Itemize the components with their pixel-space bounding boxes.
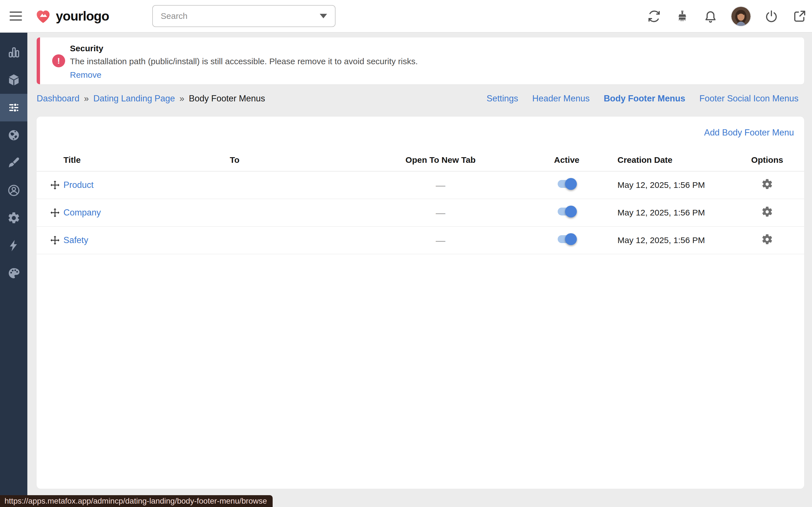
alert-icon: ! <box>52 54 65 67</box>
section-tabs: Settings Header Menus Body Footer Menus … <box>487 94 804 104</box>
status-url-tooltip: https://apps.metafox.app/admincp/dating-… <box>0 495 273 507</box>
brush-icon <box>7 156 20 170</box>
breadcrumb-dating-landing-page[interactable]: Dating Landing Page <box>93 94 175 104</box>
main-content: ! Security The installation path (public… <box>28 33 812 507</box>
breadcrumb: Dashboard » Dating Landing Page » Body F… <box>37 94 265 104</box>
cell-open-new-tab: — <box>365 207 516 218</box>
broom-icon[interactable] <box>675 9 690 24</box>
chevron-down-icon[interactable] <box>320 14 327 18</box>
tab-footer-social-icon-menus[interactable]: Footer Social Icon Menus <box>699 94 799 104</box>
move-icon[interactable] <box>49 235 61 246</box>
table-row: Safety — May 12, 2025, 1:56 PM <box>37 227 804 255</box>
search-combo[interactable] <box>152 5 336 27</box>
row-title-link[interactable]: Safety <box>63 235 88 245</box>
globe-icon <box>7 128 20 142</box>
tab-header-menus[interactable]: Header Menus <box>532 94 590 104</box>
cube-icon <box>7 73 20 87</box>
tab-body-footer-menus[interactable]: Body Footer Menus <box>604 94 685 104</box>
status-url-text: https://apps.metafox.app/admincp/dating-… <box>4 497 267 506</box>
col-open-to-new-tab: Open To New Tab <box>365 155 516 165</box>
banner-accent-stripe <box>37 38 40 84</box>
bar-chart-icon <box>7 46 20 59</box>
sidebar-item-statistics[interactable] <box>0 39 28 66</box>
power-icon[interactable] <box>764 9 779 24</box>
content-card: Add Body Footer Menu Title To Open To Ne… <box>37 117 804 489</box>
sidebar-item-apps[interactable] <box>0 66 28 94</box>
add-body-footer-menu-button[interactable]: Add Body Footer Menu <box>704 128 794 138</box>
cell-creation-date: May 12, 2025, 1:56 PM <box>617 208 730 217</box>
col-to: To <box>230 155 365 165</box>
sidebar-item-system-settings[interactable] <box>0 204 28 232</box>
breadcrumb-separator: » <box>84 94 89 104</box>
options-gear-icon[interactable] <box>760 233 774 246</box>
breadcrumb-separator: » <box>179 94 184 104</box>
top-bar: yourlogo <box>0 0 812 33</box>
sidebar <box>0 33 28 507</box>
table-row: Product — May 12, 2025, 1:56 PM <box>37 172 804 199</box>
banner-title: Security <box>70 44 418 53</box>
security-banner: ! Security The installation path (public… <box>37 38 804 84</box>
bell-icon[interactable] <box>703 9 718 24</box>
menu-icon[interactable] <box>10 11 22 20</box>
table-header: Title To Open To New Tab Active Creation… <box>37 149 804 172</box>
sidebar-item-performance[interactable] <box>0 232 28 260</box>
active-toggle[interactable] <box>558 205 576 218</box>
cell-open-new-tab: — <box>365 235 516 246</box>
col-title: Title <box>63 155 230 165</box>
user-circle-icon <box>7 184 20 197</box>
bolt-icon <box>7 239 20 252</box>
sidebar-item-members[interactable] <box>0 177 28 204</box>
remove-link[interactable]: Remove <box>70 70 101 80</box>
move-icon[interactable] <box>49 179 61 191</box>
cell-open-new-tab: — <box>365 180 516 191</box>
avatar[interactable] <box>731 7 751 26</box>
breadcrumb-current: Body Footer Menus <box>189 94 265 104</box>
sidebar-item-settings-active[interactable] <box>0 94 28 121</box>
logo-text: yourlogo <box>56 8 109 24</box>
banner-message: The installation path (public/install) i… <box>70 57 418 66</box>
cell-creation-date: May 12, 2025, 1:56 PM <box>617 180 730 190</box>
row-title-link[interactable]: Company <box>63 208 101 217</box>
palette-icon <box>7 267 20 280</box>
heart-logo-icon <box>35 7 52 25</box>
sidebar-item-appearance[interactable] <box>0 149 28 177</box>
col-creation-date: Creation Date <box>617 155 730 165</box>
external-link-icon[interactable] <box>792 9 807 24</box>
gear-icon <box>7 211 20 225</box>
topbar-actions <box>647 0 807 33</box>
options-gear-icon[interactable] <box>760 177 774 191</box>
sidebar-item-theme[interactable] <box>0 260 28 287</box>
breadcrumb-dashboard[interactable]: Dashboard <box>37 94 80 104</box>
table-row: Company — May 12, 2025, 1:56 PM <box>37 199 804 227</box>
sidebar-item-localization[interactable] <box>0 121 28 149</box>
refresh-icon[interactable] <box>647 9 661 24</box>
col-active: Active <box>516 155 617 165</box>
search-input[interactable] <box>161 11 320 21</box>
active-toggle[interactable] <box>558 233 576 245</box>
active-toggle[interactable] <box>558 177 576 190</box>
move-icon[interactable] <box>49 207 61 218</box>
col-options: Options <box>730 155 804 165</box>
tab-settings[interactable]: Settings <box>487 94 518 104</box>
sliders-icon <box>7 101 20 114</box>
app-logo[interactable]: yourlogo <box>35 7 109 25</box>
cell-creation-date: May 12, 2025, 1:56 PM <box>617 235 730 245</box>
row-title-link[interactable]: Product <box>63 180 94 190</box>
options-gear-icon[interactable] <box>760 205 774 219</box>
